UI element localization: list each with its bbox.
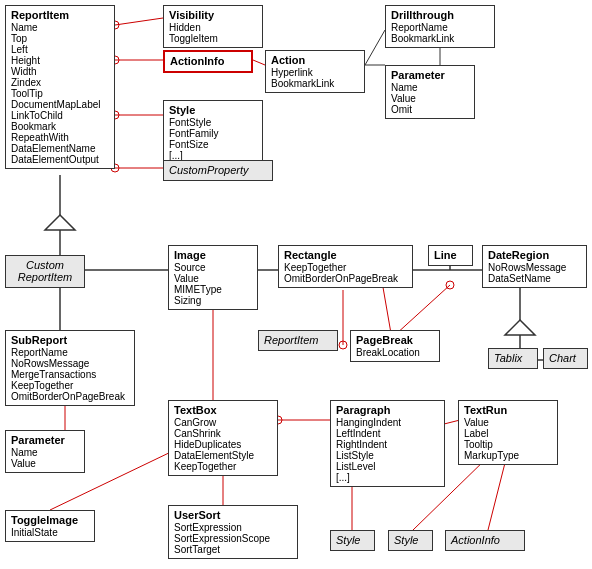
drillthrough-box: Drillthrough ReportName BookmarkLink [385,5,495,48]
textbox-box: TextBox CanGrow CanShrink HideDuplicates… [168,400,278,476]
custom-reportitem-box: CustomReportItem [5,255,85,288]
svg-line-4 [253,60,265,65]
actioninfo-box: ActionInfo [163,50,253,73]
svg-line-48 [488,455,507,530]
pagebreak-box: PageBreak BreakLocation [350,330,440,362]
svg-point-26 [339,341,347,349]
action-box: Action Hyperlink BookmarkLink [265,50,365,93]
image-box: Image Source Value MIMEType Sizing [168,245,258,310]
rectangle-box: Rectangle KeepTogether OmitBorderOnPageB… [278,245,413,288]
svg-marker-12 [45,215,75,230]
tablix-box: Tablix [488,348,538,369]
usersort-box: UserSort SortExpression SortExpressionSc… [168,505,298,559]
svg-line-0 [115,18,163,25]
line-box: Line [428,245,473,266]
customproperty-box: CustomProperty [163,160,273,181]
paragraph-box: Paragraph HangingIndent LeftIndent Right… [330,400,445,487]
svg-line-5 [365,30,385,65]
reportitem-ref-box: ReportItem [258,330,338,351]
svg-point-50 [446,281,454,289]
reportitem-title: ReportItem [11,9,109,21]
actioninfo-textrun-box: ActionInfo [445,530,525,551]
parameter-top-box: Parameter Name Value Omit [385,65,475,119]
parameter-bottom-box: Parameter Name Value [5,430,85,473]
reportitem-box: ReportItem Name Top Left Height Width Zi… [5,5,115,169]
svg-marker-28 [505,320,535,335]
uml-diagram: ReportItem Name Top Left Height Width Zi… [0,0,592,569]
visibility-box: Visibility Hidden ToggleItem [163,5,263,48]
subreport-box: SubReport ReportName NoRowsMessage Merge… [5,330,135,406]
style-box: Style FontStyle FontFamily FontSize [...… [163,100,263,165]
dateregion-box: DateRegion NoRowsMessage DataSetName [482,245,587,288]
textrun-box: TextRun Value Label Tooltip MarkupType [458,400,558,465]
style-para-box: Style [330,530,375,551]
style-textrun-box: Style [388,530,433,551]
chart-box: Chart [543,348,588,369]
toggleimage-box: ToggleImage InitialState [5,510,95,542]
